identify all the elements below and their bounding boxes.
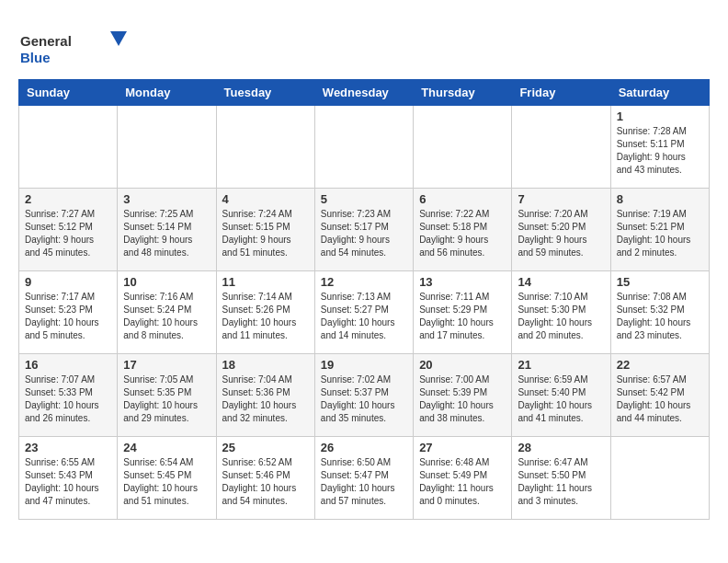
day-info: Sunrise: 7:27 AM Sunset: 5:12 PM Dayligh… bbox=[25, 208, 111, 259]
day-number: 28 bbox=[518, 441, 604, 454]
day-header-thursday: Thursday bbox=[414, 80, 512, 106]
day-header-friday: Friday bbox=[512, 80, 610, 106]
calendar-table: SundayMondayTuesdayWednesdayThursdayFrid… bbox=[18, 79, 710, 520]
calendar-cell: 27Sunrise: 6:48 AM Sunset: 5:49 PM Dayli… bbox=[414, 437, 512, 520]
day-number: 12 bbox=[321, 275, 407, 289]
day-info: Sunrise: 6:57 AM Sunset: 5:42 PM Dayligh… bbox=[617, 373, 703, 425]
day-number: 15 bbox=[617, 275, 703, 289]
day-number: 13 bbox=[419, 275, 506, 289]
day-number: 21 bbox=[518, 358, 604, 372]
day-number: 24 bbox=[123, 441, 210, 454]
day-number: 27 bbox=[419, 441, 506, 454]
day-info: Sunrise: 6:55 AM Sunset: 5:43 PM Dayligh… bbox=[25, 456, 111, 508]
day-number: 5 bbox=[321, 192, 407, 206]
calendar-cell: 2Sunrise: 7:27 AM Sunset: 5:12 PM Daylig… bbox=[19, 189, 118, 271]
day-info: Sunrise: 6:52 AM Sunset: 5:46 PM Dayligh… bbox=[222, 456, 309, 508]
calendar-cell: 1Sunrise: 7:28 AM Sunset: 5:11 PM Daylig… bbox=[610, 106, 709, 189]
day-info: Sunrise: 7:17 AM Sunset: 5:23 PM Dayligh… bbox=[25, 291, 111, 342]
calendar-cell bbox=[216, 106, 314, 189]
calendar-cell: 24Sunrise: 6:54 AM Sunset: 5:45 PM Dayli… bbox=[118, 437, 216, 520]
day-number: 14 bbox=[518, 275, 604, 289]
day-header-wednesday: Wednesday bbox=[314, 80, 413, 106]
calendar-cell: 23Sunrise: 6:55 AM Sunset: 5:43 PM Dayli… bbox=[19, 437, 118, 520]
calendar-cell: 28Sunrise: 6:47 AM Sunset: 5:50 PM Dayli… bbox=[512, 437, 610, 520]
day-info: Sunrise: 7:22 AM Sunset: 5:18 PM Dayligh… bbox=[419, 208, 506, 259]
calendar-cell: 7Sunrise: 7:20 AM Sunset: 5:20 PM Daylig… bbox=[512, 189, 610, 271]
day-header-sunday: Sunday bbox=[19, 80, 118, 106]
calendar-cell: 6Sunrise: 7:22 AM Sunset: 5:18 PM Daylig… bbox=[414, 189, 512, 271]
day-info: Sunrise: 7:10 AM Sunset: 5:30 PM Dayligh… bbox=[518, 291, 604, 342]
day-info: Sunrise: 6:59 AM Sunset: 5:40 PM Dayligh… bbox=[518, 373, 604, 425]
logo-svg: General Blue bbox=[18, 28, 129, 70]
day-number: 22 bbox=[617, 358, 703, 372]
calendar-cell: 13Sunrise: 7:11 AM Sunset: 5:29 PM Dayli… bbox=[414, 271, 512, 354]
svg-marker-2 bbox=[110, 31, 127, 46]
day-number: 7 bbox=[518, 192, 604, 206]
logo: General Blue bbox=[18, 28, 129, 70]
day-info: Sunrise: 7:00 AM Sunset: 5:39 PM Dayligh… bbox=[419, 373, 506, 425]
calendar-cell: 12Sunrise: 7:13 AM Sunset: 5:27 PM Dayli… bbox=[314, 271, 413, 354]
calendar-cell: 5Sunrise: 7:23 AM Sunset: 5:17 PM Daylig… bbox=[314, 189, 413, 271]
calendar-cell: 19Sunrise: 7:02 AM Sunset: 5:37 PM Dayli… bbox=[314, 354, 413, 437]
day-info: Sunrise: 7:04 AM Sunset: 5:36 PM Dayligh… bbox=[222, 373, 309, 425]
day-info: Sunrise: 7:13 AM Sunset: 5:27 PM Dayligh… bbox=[321, 291, 407, 342]
day-info: Sunrise: 6:54 AM Sunset: 5:45 PM Dayligh… bbox=[123, 456, 210, 508]
calendar-cell: 9Sunrise: 7:17 AM Sunset: 5:23 PM Daylig… bbox=[19, 271, 118, 354]
calendar-cell: 21Sunrise: 6:59 AM Sunset: 5:40 PM Dayli… bbox=[512, 354, 610, 437]
day-header-saturday: Saturday bbox=[610, 80, 709, 106]
day-info: Sunrise: 6:47 AM Sunset: 5:50 PM Dayligh… bbox=[518, 456, 604, 508]
calendar-cell: 25Sunrise: 6:52 AM Sunset: 5:46 PM Dayli… bbox=[216, 437, 314, 520]
day-info: Sunrise: 7:05 AM Sunset: 5:35 PM Dayligh… bbox=[123, 373, 210, 425]
day-number: 6 bbox=[419, 192, 506, 206]
day-number: 3 bbox=[123, 192, 210, 206]
week-row-1: 1Sunrise: 7:28 AM Sunset: 5:11 PM Daylig… bbox=[19, 106, 710, 189]
day-number: 4 bbox=[222, 192, 309, 206]
day-number: 20 bbox=[419, 358, 506, 372]
day-info: Sunrise: 7:28 AM Sunset: 5:11 PM Dayligh… bbox=[617, 125, 703, 177]
calendar-cell: 10Sunrise: 7:16 AM Sunset: 5:24 PM Dayli… bbox=[118, 271, 216, 354]
day-number: 25 bbox=[222, 441, 309, 454]
calendar-cell: 18Sunrise: 7:04 AM Sunset: 5:36 PM Dayli… bbox=[216, 354, 314, 437]
day-info: Sunrise: 7:20 AM Sunset: 5:20 PM Dayligh… bbox=[518, 208, 604, 259]
day-number: 2 bbox=[25, 192, 111, 206]
days-header-row: SundayMondayTuesdayWednesdayThursdayFrid… bbox=[19, 80, 710, 106]
day-number: 16 bbox=[25, 358, 111, 372]
week-row-3: 9Sunrise: 7:17 AM Sunset: 5:23 PM Daylig… bbox=[19, 271, 710, 354]
day-info: Sunrise: 7:14 AM Sunset: 5:26 PM Dayligh… bbox=[222, 291, 309, 342]
calendar-cell: 4Sunrise: 7:24 AM Sunset: 5:15 PM Daylig… bbox=[216, 189, 314, 271]
day-header-tuesday: Tuesday bbox=[216, 80, 314, 106]
calendar-cell: 15Sunrise: 7:08 AM Sunset: 5:32 PM Dayli… bbox=[610, 271, 709, 354]
day-info: Sunrise: 6:50 AM Sunset: 5:47 PM Dayligh… bbox=[321, 456, 407, 508]
day-number: 18 bbox=[222, 358, 309, 372]
day-info: Sunrise: 7:11 AM Sunset: 5:29 PM Dayligh… bbox=[419, 291, 506, 342]
day-info: Sunrise: 7:07 AM Sunset: 5:33 PM Dayligh… bbox=[25, 373, 111, 425]
calendar-cell: 16Sunrise: 7:07 AM Sunset: 5:33 PM Dayli… bbox=[19, 354, 118, 437]
calendar-cell: 3Sunrise: 7:25 AM Sunset: 5:14 PM Daylig… bbox=[118, 189, 216, 271]
day-info: Sunrise: 7:23 AM Sunset: 5:17 PM Dayligh… bbox=[321, 208, 407, 259]
week-row-5: 23Sunrise: 6:55 AM Sunset: 5:43 PM Dayli… bbox=[19, 437, 710, 520]
page-header: General Blue bbox=[18, 18, 710, 70]
calendar-cell bbox=[19, 106, 118, 189]
day-info: Sunrise: 7:02 AM Sunset: 5:37 PM Dayligh… bbox=[321, 373, 407, 425]
day-info: Sunrise: 6:48 AM Sunset: 5:49 PM Dayligh… bbox=[419, 456, 506, 508]
day-info: Sunrise: 7:24 AM Sunset: 5:15 PM Dayligh… bbox=[222, 208, 309, 259]
calendar-cell bbox=[512, 106, 610, 189]
calendar-cell bbox=[610, 437, 709, 520]
day-number: 1 bbox=[617, 109, 703, 123]
calendar-cell: 11Sunrise: 7:14 AM Sunset: 5:26 PM Dayli… bbox=[216, 271, 314, 354]
day-number: 26 bbox=[321, 441, 407, 454]
calendar-cell: 17Sunrise: 7:05 AM Sunset: 5:35 PM Dayli… bbox=[118, 354, 216, 437]
day-info: Sunrise: 7:08 AM Sunset: 5:32 PM Dayligh… bbox=[617, 291, 703, 342]
calendar-cell bbox=[118, 106, 216, 189]
day-number: 10 bbox=[123, 275, 210, 289]
week-row-2: 2Sunrise: 7:27 AM Sunset: 5:12 PM Daylig… bbox=[19, 189, 710, 271]
calendar-cell bbox=[414, 106, 512, 189]
day-number: 9 bbox=[25, 275, 111, 289]
day-info: Sunrise: 7:25 AM Sunset: 5:14 PM Dayligh… bbox=[123, 208, 210, 259]
day-info: Sunrise: 7:16 AM Sunset: 5:24 PM Dayligh… bbox=[123, 291, 210, 342]
day-number: 23 bbox=[25, 441, 111, 454]
day-info: Sunrise: 7:19 AM Sunset: 5:21 PM Dayligh… bbox=[617, 208, 703, 259]
day-number: 8 bbox=[617, 192, 703, 206]
week-row-4: 16Sunrise: 7:07 AM Sunset: 5:33 PM Dayli… bbox=[19, 354, 710, 437]
calendar-cell: 14Sunrise: 7:10 AM Sunset: 5:30 PM Dayli… bbox=[512, 271, 610, 354]
